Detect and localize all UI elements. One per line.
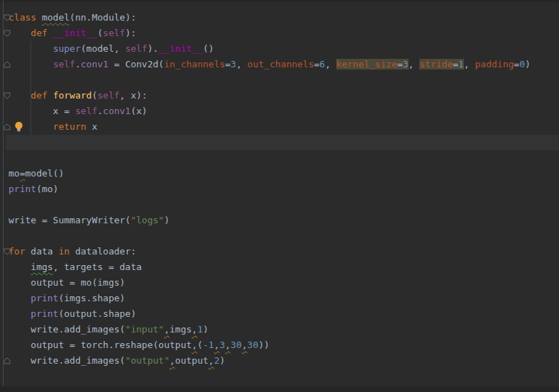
code-line[interactable]: print(output.shape) bbox=[9, 306, 136, 322]
code-token: "input" bbox=[125, 324, 164, 335]
code-token: "output" bbox=[125, 355, 170, 366]
gutter-fold-line bbox=[3, 0, 4, 386]
code-token: 3 bbox=[403, 59, 409, 69]
fold-end-icon[interactable] bbox=[3, 60, 11, 69]
code-line[interactable]: self.conv1 = Conv2d(in_channels=3, out_c… bbox=[9, 57, 531, 72]
code-token: out_channels bbox=[248, 59, 314, 69]
code-token: print bbox=[31, 293, 58, 303]
code-token: output = mo(imgs) bbox=[9, 277, 125, 288]
code-token bbox=[9, 90, 31, 101]
fold-collapse-icon[interactable] bbox=[3, 13, 11, 22]
code-token: return bbox=[53, 121, 87, 132]
code-token: ): bbox=[125, 28, 136, 38]
code-token: x = bbox=[9, 106, 75, 116]
code-token: = bbox=[225, 59, 231, 69]
code-line[interactable]: def forward(self, x): bbox=[9, 88, 148, 103]
code-token: . bbox=[97, 106, 103, 116]
code-token: def bbox=[31, 28, 52, 38]
code-token: , bbox=[164, 324, 170, 335]
code-token: , bbox=[192, 324, 197, 335]
code-line[interactable]: write.add_images("output",output,2) bbox=[9, 353, 225, 369]
code-token: , bbox=[192, 340, 197, 350]
code-line[interactable]: class model(nn.Module): bbox=[9, 10, 136, 26]
code-token: (nn.Module): bbox=[70, 12, 136, 23]
code-token: model() bbox=[25, 168, 64, 179]
code-line[interactable]: mo=model() bbox=[9, 166, 64, 181]
code-token: = bbox=[514, 59, 519, 69]
code-line[interactable]: print(imgs.shape) bbox=[9, 291, 125, 306]
code-token: , bbox=[225, 340, 231, 350]
code-token: ) bbox=[164, 215, 170, 225]
code-line[interactable]: imgs, targets = data bbox=[9, 259, 142, 275]
code-line[interactable]: super(model, self).__init__() bbox=[9, 41, 214, 57]
code-editor[interactable]: class model(nn.Module): def __init__(sel… bbox=[0, 0, 559, 392]
fold-end-icon[interactable] bbox=[3, 123, 11, 131]
code-line[interactable]: output = mo(imgs) bbox=[9, 275, 125, 291]
code-token: (output.shape) bbox=[58, 308, 136, 319]
code-token bbox=[9, 59, 53, 69]
code-token: dataloader: bbox=[70, 246, 136, 257]
code-token: , bbox=[464, 59, 475, 69]
code-token: . bbox=[75, 59, 81, 69]
code-token: print bbox=[31, 308, 58, 319]
code-token: (imgs.shape) bbox=[58, 293, 125, 303]
code-line[interactable]: def __init__(self): bbox=[9, 26, 136, 41]
code-token: = bbox=[397, 59, 403, 69]
code-token: self bbox=[103, 28, 125, 38]
code-token: -1 bbox=[203, 340, 214, 350]
code-token: output bbox=[175, 355, 209, 366]
fold-collapse-icon[interactable] bbox=[3, 247, 11, 256]
code-token: (model, bbox=[81, 43, 126, 54]
code-token: 3 bbox=[231, 59, 236, 69]
code-token: conv1 bbox=[81, 59, 109, 69]
code-token: data bbox=[25, 246, 58, 257]
fold-collapse-icon[interactable] bbox=[3, 29, 11, 38]
code-token: self bbox=[97, 90, 119, 101]
code-line[interactable]: x = self.conv1(x) bbox=[9, 103, 148, 119]
code-token: mo bbox=[9, 168, 20, 179]
fold-collapse-icon[interactable] bbox=[3, 91, 11, 100]
code-token: imgs bbox=[31, 262, 52, 272]
code-token: )) bbox=[258, 340, 270, 350]
code-token: print bbox=[9, 184, 36, 194]
code-line[interactable]: print(mo) bbox=[9, 181, 58, 197]
code-token: 30 bbox=[231, 340, 242, 350]
code-token: "logs" bbox=[131, 215, 164, 225]
code-token: , bbox=[170, 355, 175, 366]
code-token: super bbox=[53, 43, 81, 54]
code-token: 1 bbox=[458, 59, 464, 69]
code-token: (x) bbox=[131, 106, 147, 116]
editor-top-edge bbox=[0, 0, 559, 2]
code-token: class bbox=[9, 12, 42, 23]
code-token: __init__ bbox=[158, 43, 203, 54]
code-token: write.add_images( bbox=[9, 355, 125, 366]
code-token bbox=[9, 308, 31, 319]
code-token: model bbox=[42, 12, 70, 23]
code-line[interactable]: output = torch.reshape(output,(-1,3,30,3… bbox=[9, 337, 270, 353]
code-token: output = torch.reshape(output bbox=[9, 340, 192, 350]
code-token: , bbox=[209, 355, 214, 366]
code-token: ) bbox=[219, 355, 225, 366]
code-token: ). bbox=[148, 43, 159, 54]
code-token: , bbox=[236, 59, 248, 69]
code-token: x bbox=[87, 121, 98, 132]
caret-line-highlight bbox=[6, 135, 559, 150]
code-line[interactable]: write = SummaryWriter("logs") bbox=[9, 213, 170, 228]
code-token: ) bbox=[203, 324, 209, 335]
code-token: padding bbox=[475, 59, 514, 69]
code-token: ( bbox=[197, 340, 203, 350]
code-token: = bbox=[453, 59, 458, 69]
code-token bbox=[9, 293, 31, 303]
code-line[interactable]: for data in dataloader: bbox=[9, 244, 136, 259]
lightbulb-icon[interactable] bbox=[14, 121, 23, 132]
fold-end-icon[interactable] bbox=[3, 357, 11, 365]
code-line[interactable]: write.add_images("input",imgs,1) bbox=[9, 322, 209, 337]
code-token: in_channels bbox=[164, 59, 225, 69]
code-token bbox=[9, 28, 31, 38]
code-token: = Conv2d( bbox=[109, 59, 164, 69]
code-token: imgs bbox=[170, 324, 192, 335]
code-token: self bbox=[75, 106, 97, 116]
code-token: def bbox=[31, 90, 52, 101]
code-token: conv1 bbox=[103, 106, 131, 116]
code-token: write = SummaryWriter( bbox=[9, 215, 131, 225]
